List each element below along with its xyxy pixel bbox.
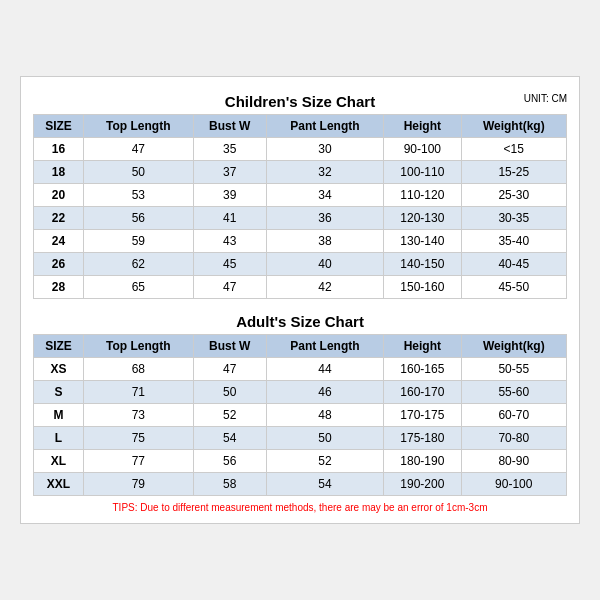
table-row: XS684744160-16550-55	[34, 358, 567, 381]
children-title-text: Children's Size Chart	[225, 93, 375, 110]
table-cell: 35-40	[461, 230, 566, 253]
table-cell: 50	[84, 161, 194, 184]
table-cell: 58	[193, 473, 266, 496]
adult-col-weight-header: Weight(kg)	[461, 335, 566, 358]
table-cell: 65	[84, 276, 194, 299]
adults-title-text: Adult's Size Chart	[236, 313, 364, 330]
table-cell: 45-50	[461, 276, 566, 299]
table-cell: 18	[34, 161, 84, 184]
table-cell: 42	[266, 276, 383, 299]
adults-section-title: Adult's Size Chart	[33, 307, 567, 334]
table-row: XXL795854190-20090-100	[34, 473, 567, 496]
table-cell: L	[34, 427, 84, 450]
table-cell: 40-45	[461, 253, 566, 276]
table-row: 26624540140-15040-45	[34, 253, 567, 276]
table-cell: 28	[34, 276, 84, 299]
col-top-length-header: Top Length	[84, 115, 194, 138]
table-cell: 75	[84, 427, 194, 450]
table-cell: 70-80	[461, 427, 566, 450]
table-cell: 150-160	[384, 276, 461, 299]
chart-container: Children's Size Chart UNIT: CM SIZE Top …	[20, 76, 580, 524]
table-cell: XL	[34, 450, 84, 473]
table-row: 22564136120-13030-35	[34, 207, 567, 230]
table-row: 28654742150-16045-50	[34, 276, 567, 299]
table-cell: 25-30	[461, 184, 566, 207]
table-cell: 110-120	[384, 184, 461, 207]
table-row: S715046160-17055-60	[34, 381, 567, 404]
table-cell: 120-130	[384, 207, 461, 230]
table-cell: 35	[193, 138, 266, 161]
table-cell: 175-180	[384, 427, 461, 450]
tips-text: TIPS: Due to different measurement metho…	[33, 502, 567, 513]
table-cell: 47	[193, 276, 266, 299]
table-cell: 47	[193, 358, 266, 381]
col-height-header: Height	[384, 115, 461, 138]
table-cell: 50-55	[461, 358, 566, 381]
table-cell: 71	[84, 381, 194, 404]
table-cell: 77	[84, 450, 194, 473]
table-cell: 53	[84, 184, 194, 207]
col-bust-w-header: Bust W	[193, 115, 266, 138]
adult-col-height-header: Height	[384, 335, 461, 358]
table-cell: XXL	[34, 473, 84, 496]
table-row: M735248170-17560-70	[34, 404, 567, 427]
table-cell: 26	[34, 253, 84, 276]
table-cell: 170-175	[384, 404, 461, 427]
table-row: 24594338130-14035-40	[34, 230, 567, 253]
table-cell: 90-100	[384, 138, 461, 161]
table-row: 18503732100-11015-25	[34, 161, 567, 184]
children-table: SIZE Top Length Bust W Pant Length Heigh…	[33, 114, 567, 299]
adults-header-row: SIZE Top Length Bust W Pant Length Heigh…	[34, 335, 567, 358]
table-cell: 56	[84, 207, 194, 230]
table-cell: 80-90	[461, 450, 566, 473]
table-cell: <15	[461, 138, 566, 161]
col-pant-length-header: Pant Length	[266, 115, 383, 138]
table-cell: 39	[193, 184, 266, 207]
table-cell: 68	[84, 358, 194, 381]
table-cell: 180-190	[384, 450, 461, 473]
table-cell: 79	[84, 473, 194, 496]
table-cell: 34	[266, 184, 383, 207]
table-cell: 47	[84, 138, 194, 161]
table-row: XL775652180-19080-90	[34, 450, 567, 473]
table-cell: 16	[34, 138, 84, 161]
table-cell: 160-165	[384, 358, 461, 381]
table-cell: 73	[84, 404, 194, 427]
table-cell: 22	[34, 207, 84, 230]
adult-col-bust-w-header: Bust W	[193, 335, 266, 358]
table-cell: 50	[266, 427, 383, 450]
table-cell: 190-200	[384, 473, 461, 496]
table-cell: 54	[266, 473, 383, 496]
table-cell: XS	[34, 358, 84, 381]
table-cell: 36	[266, 207, 383, 230]
table-cell: 37	[193, 161, 266, 184]
table-cell: 62	[84, 253, 194, 276]
table-cell: 52	[266, 450, 383, 473]
adult-col-size-header: SIZE	[34, 335, 84, 358]
table-row: 20533934110-12025-30	[34, 184, 567, 207]
table-cell: 60-70	[461, 404, 566, 427]
children-section-title: Children's Size Chart UNIT: CM	[33, 87, 567, 114]
table-cell: 30	[266, 138, 383, 161]
table-row: 1647353090-100<15	[34, 138, 567, 161]
table-cell: 41	[193, 207, 266, 230]
table-cell: 20	[34, 184, 84, 207]
table-cell: 160-170	[384, 381, 461, 404]
table-cell: 130-140	[384, 230, 461, 253]
table-cell: 38	[266, 230, 383, 253]
col-size-header: SIZE	[34, 115, 84, 138]
table-row: L755450175-18070-80	[34, 427, 567, 450]
table-cell: 140-150	[384, 253, 461, 276]
table-cell: 100-110	[384, 161, 461, 184]
adult-col-top-length-header: Top Length	[84, 335, 194, 358]
table-cell: 15-25	[461, 161, 566, 184]
children-header-row: SIZE Top Length Bust W Pant Length Heigh…	[34, 115, 567, 138]
table-cell: 56	[193, 450, 266, 473]
unit-label: UNIT: CM	[524, 93, 567, 104]
table-cell: 54	[193, 427, 266, 450]
table-cell: 44	[266, 358, 383, 381]
table-cell: S	[34, 381, 84, 404]
table-cell: 48	[266, 404, 383, 427]
table-cell: 30-35	[461, 207, 566, 230]
table-cell: 32	[266, 161, 383, 184]
